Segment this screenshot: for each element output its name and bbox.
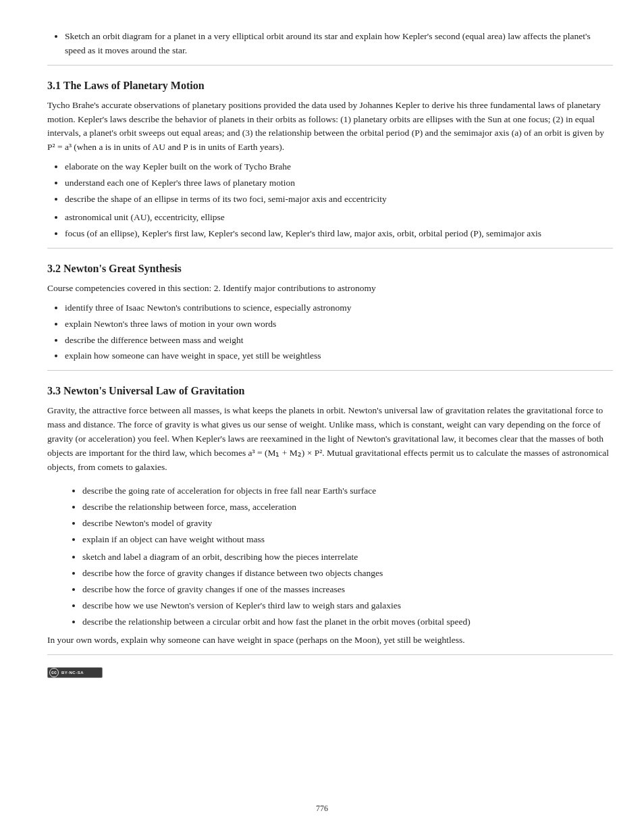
list-item: describe how the force of gravity change… — [82, 583, 613, 597]
list-item: describe Newton's model of gravity — [82, 517, 613, 531]
list-item: understand each one of Kepler's three la… — [65, 176, 613, 190]
list-item: Sketch an orbit diagram for a planet in … — [65, 30, 613, 58]
section-title: 3.1 The Laws of Planetary Motion — [47, 78, 613, 95]
list-item: explain how someone can have weight in s… — [65, 349, 613, 363]
license-text: BY-NC-SA — [61, 671, 84, 675]
divider — [47, 370, 613, 371]
list-item: describe the shape of an ellipse in term… — [65, 192, 613, 207]
bullet-list: describe the going rate of acceleration … — [47, 484, 613, 547]
section-title: 3.3 Newton's Universal Law of Gravitatio… — [47, 383, 613, 400]
section-intro: Tycho Brahe's accurate observations of p… — [47, 99, 613, 155]
list-item: describe the going rate of acceleration … — [82, 484, 613, 498]
list-item: sketch and label a diagram of an orbit, … — [82, 550, 613, 565]
bullet-list: astronomical unit (AU), eccentricity, el… — [47, 211, 613, 241]
top-bullet-list: Sketch an orbit diagram for a planet in … — [47, 30, 613, 58]
page-root: Sketch an orbit diagram for a planet in … — [0, 0, 644, 834]
bullet-list: elaborate on the way Kepler built on the… — [47, 160, 613, 207]
section-intro: Gravity, the attractive force between al… — [47, 404, 613, 475]
divider — [47, 65, 613, 66]
bullet-list: sketch and label a diagram of an orbit, … — [47, 550, 613, 629]
divider — [47, 654, 613, 655]
list-item: describe how the force of gravity change… — [82, 567, 613, 581]
list-item: describe the relationship between force,… — [82, 500, 613, 515]
list-item: describe the relationship between a circ… — [82, 615, 613, 629]
section-outro: In your own words, explain why someone c… — [47, 633, 613, 648]
section-title: 3.2 Newton's Great Synthesis — [47, 261, 613, 278]
cc-icon: cc — [49, 668, 59, 677]
list-item: astronomical unit (AU), eccentricity, el… — [65, 211, 613, 225]
section-intro: Course competencies covered in this sect… — [47, 282, 613, 296]
list-item: describe the difference between mass and… — [65, 334, 613, 348]
list-item: focus (of an ellipse), Kepler's first la… — [65, 227, 613, 241]
list-item: describe how we use Newton's version of … — [82, 599, 613, 613]
divider — [47, 248, 613, 249]
list-item: identify three of Isaac Newton's contrib… — [65, 301, 613, 315]
page-number: 776 — [0, 802, 644, 815]
bullet-list: identify three of Isaac Newton's contrib… — [47, 301, 613, 364]
list-item: elaborate on the way Kepler built on the… — [65, 160, 613, 174]
list-item: explain Newton's three laws of motion in… — [65, 317, 613, 332]
list-item: explain if an object can have weight wit… — [82, 533, 613, 547]
cc-license-badge: cc BY-NC-SA — [47, 667, 103, 678]
